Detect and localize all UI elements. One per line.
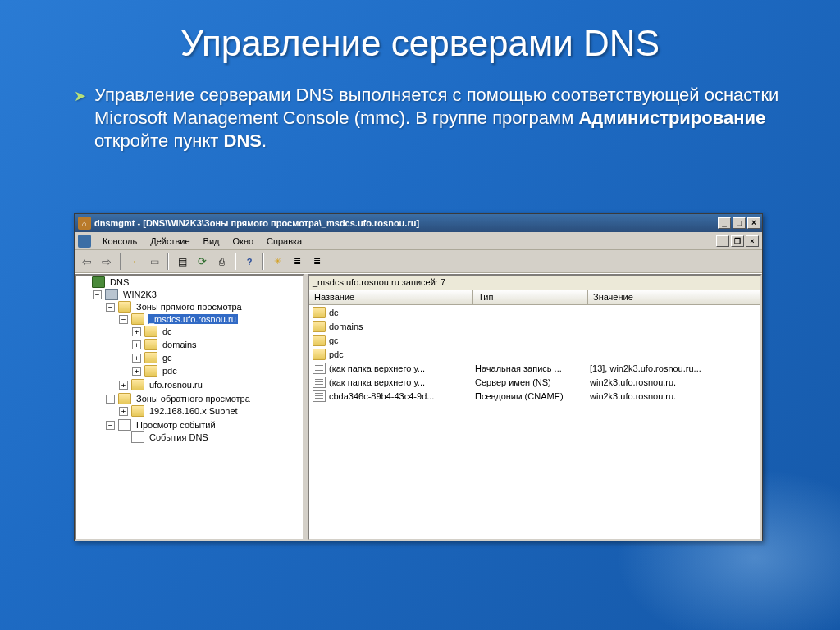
cell-name: dc bbox=[329, 308, 475, 317]
help-button[interactable] bbox=[240, 253, 258, 271]
collapse-icon[interactable]: − bbox=[93, 290, 102, 299]
folder-icon bbox=[134, 261, 135, 262]
list-item[interactable]: pdc bbox=[309, 347, 760, 361]
back-button[interactable] bbox=[78, 253, 96, 271]
mmc-window: ⌂ dnsmgmt - [DNS\WIN2K3\Зоны прямого про… bbox=[74, 213, 763, 541]
slide-title: Управление серверами DNS bbox=[0, 0, 840, 72]
cell-name: domains bbox=[329, 322, 475, 331]
col-type[interactable]: Тип bbox=[473, 290, 588, 304]
tree-pane[interactable]: DNS −WIN2K3 −Зоны прямого просмотра −_ms… bbox=[75, 274, 304, 541]
dns-root-icon bbox=[92, 276, 105, 288]
up-button[interactable] bbox=[126, 253, 144, 271]
cell-name: (как папка верхнего у... bbox=[329, 377, 475, 387]
view-detail-button[interactable] bbox=[308, 253, 326, 271]
bullet-text: Управление серверами DNS выполняется с п… bbox=[94, 84, 783, 153]
console-icon bbox=[78, 235, 91, 248]
expand-icon[interactable]: + bbox=[119, 381, 128, 390]
export-button[interactable] bbox=[212, 253, 231, 271]
cell-name: cbda346c-89b4-43c4-9d... bbox=[329, 391, 475, 401]
folder-icon bbox=[313, 335, 326, 346]
refresh-button[interactable] bbox=[193, 253, 211, 271]
titlebar[interactable]: ⌂ dnsmgmt - [DNS\WIN2K3\Зоны прямого про… bbox=[75, 214, 762, 232]
cell-value: win2k3.ufo.rosnou.ru. bbox=[590, 377, 757, 387]
cell-name: (как папка верхнего у... bbox=[329, 363, 475, 373]
tree-item[interactable]: pdc bbox=[161, 366, 179, 376]
tree-selected-zone[interactable]: _msdcs.ufo.rosnou.ru bbox=[148, 314, 238, 324]
path-bar: _msdcs.ufo.rosnou.ru записей: 7 bbox=[309, 276, 760, 290]
folder-icon bbox=[144, 326, 158, 337]
zone-icon bbox=[131, 405, 144, 417]
folder-icon bbox=[144, 339, 158, 350]
show-hide-tree-button[interactable] bbox=[145, 253, 163, 271]
folder-icon bbox=[144, 352, 158, 363]
menu-action[interactable]: Действие bbox=[144, 235, 196, 248]
list-item[interactable]: (как папка верхнего у...Начальная запись… bbox=[309, 361, 760, 375]
folder-icon bbox=[118, 393, 131, 404]
folder-icon bbox=[313, 307, 326, 318]
tree-item[interactable]: domains bbox=[161, 340, 199, 349]
tree-forward-zones[interactable]: Зоны прямого просмотра bbox=[135, 302, 244, 312]
event-log-icon bbox=[131, 431, 144, 443]
properties-button[interactable] bbox=[173, 253, 191, 271]
view-list-button[interactable] bbox=[288, 253, 306, 271]
expand-icon[interactable]: + bbox=[132, 327, 141, 336]
cell-type: Сервер имен (NS) bbox=[475, 377, 590, 387]
toolbar-separator bbox=[167, 253, 169, 270]
folder-icon bbox=[313, 349, 326, 360]
tree-item[interactable]: 192.168.160.x Subnet bbox=[148, 406, 240, 416]
toolbar-separator bbox=[262, 253, 264, 270]
window-title: dnsmgmt - [DNS\WIN2K3\Зоны прямого просм… bbox=[94, 218, 419, 228]
toolbar bbox=[75, 250, 762, 273]
toolbar-separator bbox=[235, 253, 236, 270]
list-item[interactable]: domains bbox=[309, 319, 760, 333]
col-name[interactable]: Название bbox=[309, 290, 473, 304]
tree-events[interactable]: Просмотр событий bbox=[135, 420, 217, 430]
list-item[interactable]: (как папка верхнего у...Сервер имен (NS)… bbox=[309, 375, 760, 389]
col-value[interactable]: Значение bbox=[588, 290, 760, 304]
bullet-text-part: откройте пункт bbox=[94, 130, 224, 151]
mdi-minimize-button[interactable]: _ bbox=[716, 235, 729, 247]
zone-icon bbox=[131, 379, 144, 390]
list-item[interactable]: dc bbox=[309, 305, 760, 319]
tree-item[interactable]: События DNS bbox=[148, 432, 210, 442]
close-button[interactable]: × bbox=[747, 217, 760, 229]
collapse-icon[interactable]: − bbox=[106, 395, 115, 404]
tree-server[interactable]: WIN2K3 bbox=[121, 290, 158, 299]
events-icon bbox=[118, 419, 131, 431]
folder-icon bbox=[313, 321, 326, 332]
tree-reverse-zones[interactable]: Зоны обратного просмотра bbox=[135, 394, 252, 404]
app-icon: ⌂ bbox=[78, 217, 91, 230]
list-body[interactable]: dc domains gc pdc (как папка верхнего у.… bbox=[309, 305, 760, 539]
tree-item[interactable]: dc bbox=[161, 326, 174, 336]
new-button[interactable] bbox=[268, 253, 286, 271]
expand-icon[interactable]: + bbox=[119, 407, 128, 416]
menu-help[interactable]: Справка bbox=[260, 235, 308, 248]
list-item[interactable]: cbda346c-89b4-43c4-9d...Псевдоним (CNAME… bbox=[309, 389, 760, 403]
list-item[interactable]: gc bbox=[309, 333, 760, 347]
collapse-icon[interactable]: − bbox=[106, 303, 115, 312]
workarea: DNS −WIN2K3 −Зоны прямого просмотра −_ms… bbox=[75, 273, 762, 541]
maximize-button[interactable]: □ bbox=[733, 217, 746, 229]
expand-icon[interactable]: + bbox=[132, 367, 141, 376]
expand-icon[interactable]: + bbox=[132, 354, 141, 363]
menu-view[interactable]: Вид bbox=[197, 235, 226, 248]
expand-icon[interactable]: + bbox=[132, 340, 141, 349]
list-pane: _msdcs.ufo.rosnou.ru записей: 7 Название… bbox=[308, 274, 762, 541]
tree-item[interactable]: gc bbox=[161, 353, 174, 363]
mdi-restore-button[interactable]: ❐ bbox=[731, 235, 744, 247]
bullet-text-part: . bbox=[262, 130, 267, 151]
collapse-icon[interactable]: − bbox=[106, 421, 115, 430]
tree-root[interactable]: DNS bbox=[108, 277, 130, 287]
zone-icon bbox=[131, 313, 144, 325]
folder-icon bbox=[118, 301, 131, 313]
collapse-icon[interactable]: − bbox=[119, 315, 128, 324]
menu-window[interactable]: Окно bbox=[226, 235, 261, 248]
cell-type: Начальная запись ... bbox=[475, 363, 590, 373]
forward-button[interactable] bbox=[98, 253, 116, 271]
minimize-button[interactable]: _ bbox=[718, 217, 731, 229]
cell-name: pdc bbox=[329, 349, 475, 359]
mdi-close-button[interactable]: × bbox=[746, 235, 759, 247]
menu-console[interactable]: Консоль bbox=[96, 235, 144, 248]
tree-item[interactable]: ufo.rosnou.ru bbox=[148, 380, 204, 390]
menubar: Консоль Действие Вид Окно Справка _ ❐ × bbox=[75, 232, 762, 250]
